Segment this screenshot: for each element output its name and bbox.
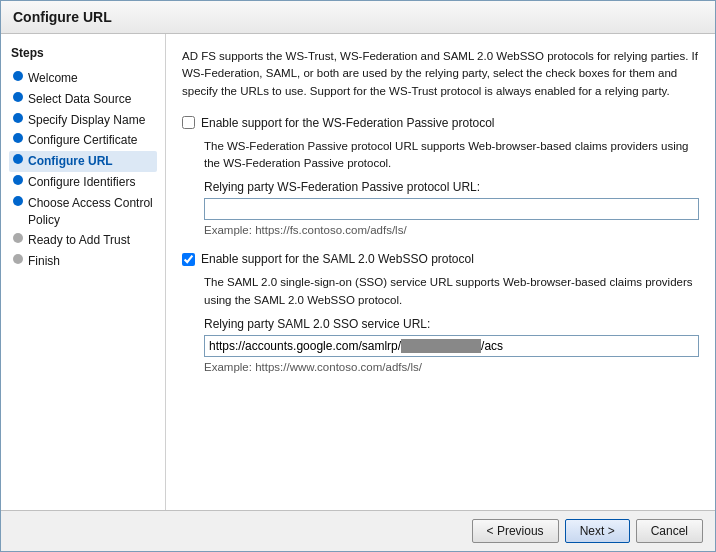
cancel-button[interactable]: Cancel [636, 519, 703, 543]
saml-description: The SAML 2.0 single-sign-on (SSO) servic… [204, 274, 699, 309]
sidebar-item-ready-to-add-trust[interactable]: Ready to Add Trust [9, 230, 157, 251]
sidebar-item-configure-certificate[interactable]: Configure Certificate [9, 130, 157, 151]
sidebar-label-specify-display-name: Specify Display Name [28, 112, 145, 129]
saml-url-redacted [401, 339, 481, 353]
sidebar-label-configure-url: Configure URL [28, 153, 113, 170]
saml-url-prefix: https://accounts.google.com/samlrp/ [209, 339, 401, 353]
sidebar-dot-configure-certificate [13, 133, 23, 143]
sidebar-item-specify-display-name[interactable]: Specify Display Name [9, 110, 157, 131]
sidebar-item-configure-identifiers[interactable]: Configure Identifiers [9, 172, 157, 193]
next-button[interactable]: Next > [565, 519, 630, 543]
sidebar-label-configure-certificate: Configure Certificate [28, 132, 137, 149]
sidebar-dot-specify-display-name [13, 113, 23, 123]
previous-button[interactable]: < Previous [472, 519, 559, 543]
ws-federation-checkbox[interactable] [182, 116, 195, 129]
main-description: AD FS supports the WS-Trust, WS-Federati… [182, 48, 699, 100]
sidebar-item-select-data-source[interactable]: Select Data Source [9, 89, 157, 110]
sidebar-label-welcome: Welcome [28, 70, 78, 87]
sidebar-dot-choose-access-control [13, 196, 23, 206]
ws-federation-url-input[interactable] [204, 198, 699, 220]
sidebar: Steps Welcome Select Data Source Specify… [1, 34, 166, 510]
dialog-body: Steps Welcome Select Data Source Specify… [1, 34, 715, 510]
saml-url-suffix: /acs [481, 339, 503, 353]
sidebar-item-choose-access-control[interactable]: Choose Access Control Policy [9, 193, 157, 231]
sidebar-dot-ready-to-add-trust [13, 233, 23, 243]
ws-federation-example: Example: https://fs.contoso.com/adfs/ls/ [204, 224, 699, 236]
sidebar-title: Steps [9, 46, 157, 60]
saml-section: Enable support for the SAML 2.0 WebSSO p… [182, 252, 699, 373]
saml-url-display: https://accounts.google.com/samlrp/ /acs [204, 335, 699, 357]
sidebar-dot-select-data-source [13, 92, 23, 102]
ws-federation-field-label: Relying party WS-Federation Passive prot… [204, 180, 699, 194]
sidebar-item-configure-url[interactable]: Configure URL [9, 151, 157, 172]
saml-checkbox-row: Enable support for the SAML 2.0 WebSSO p… [182, 252, 699, 266]
sidebar-label-choose-access-control: Choose Access Control Policy [28, 195, 153, 229]
sidebar-label-configure-identifiers: Configure Identifiers [28, 174, 135, 191]
ws-federation-description: The WS-Federation Passive protocol URL s… [204, 138, 699, 173]
sidebar-item-welcome[interactable]: Welcome [9, 68, 157, 89]
saml-checkbox[interactable] [182, 253, 195, 266]
dialog-footer: < Previous Next > Cancel [1, 510, 715, 551]
saml-checkbox-label[interactable]: Enable support for the SAML 2.0 WebSSO p… [201, 252, 474, 266]
saml-field-label: Relying party SAML 2.0 SSO service URL: [204, 317, 699, 331]
sidebar-label-ready-to-add-trust: Ready to Add Trust [28, 232, 130, 249]
saml-example: Example: https://www.contoso.com/adfs/ls… [204, 361, 699, 373]
sidebar-dot-finish [13, 254, 23, 264]
main-content: AD FS supports the WS-Trust, WS-Federati… [166, 34, 715, 510]
ws-federation-checkbox-row: Enable support for the WS-Federation Pas… [182, 116, 699, 130]
sidebar-dot-welcome [13, 71, 23, 81]
sidebar-item-finish[interactable]: Finish [9, 251, 157, 272]
ws-federation-section: Enable support for the WS-Federation Pas… [182, 116, 699, 237]
ws-federation-checkbox-label[interactable]: Enable support for the WS-Federation Pas… [201, 116, 494, 130]
sidebar-label-finish: Finish [28, 253, 60, 270]
configure-url-dialog: Configure URL Steps Welcome Select Data … [0, 0, 716, 552]
dialog-title: Configure URL [1, 1, 715, 34]
sidebar-dot-configure-url [13, 154, 23, 164]
sidebar-dot-configure-identifiers [13, 175, 23, 185]
sidebar-label-select-data-source: Select Data Source [28, 91, 131, 108]
